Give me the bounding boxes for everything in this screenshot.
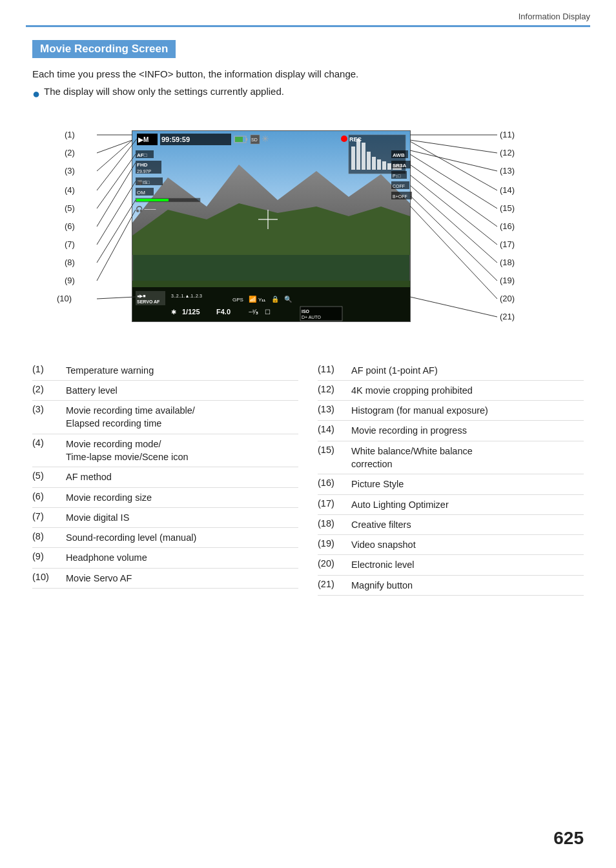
bullet-item-1: ● The display will show only the setting… (32, 86, 584, 101)
legend-desc-15: White balance/White balancecorrection (351, 445, 473, 471)
legend-num-8: (8) (32, 531, 66, 541)
legend-num-9: (9) (32, 551, 66, 561)
svg-text:P↕□: P↕□ (393, 174, 401, 178)
legend-left-item-1: (1) Temperature warning (32, 361, 298, 381)
svg-text:(11): (11) (500, 130, 515, 139)
svg-text:99:59:59: 99:59:59 (161, 136, 190, 143)
legend-num-20: (20) (318, 558, 351, 569)
svg-text:(4): (4) (65, 185, 75, 195)
legend-num-2: (2) (32, 384, 66, 394)
svg-text:AF□: AF□ (137, 152, 147, 158)
legend-left-item-7: (7) Movie digital IS (32, 508, 298, 528)
svg-line-96 (410, 141, 497, 190)
svg-text:(21): (21) (500, 312, 515, 321)
legend-num-16: (16) (318, 478, 351, 488)
svg-line-82 (97, 181, 136, 245)
svg-rect-20 (235, 137, 243, 142)
page-number: 625 (553, 828, 584, 849)
legend-right-item-12: (12) 4K movie cropping prohibited (318, 381, 584, 401)
legend-left-item-10: (10) Movie Servo AF (32, 569, 298, 589)
svg-line-76 (97, 139, 137, 190)
svg-text:(15): (15) (500, 203, 515, 213)
legend-right-item-19: (19) Video snapshot (318, 535, 584, 555)
legend-desc-3: Movie recording time available/Elapsed r… (66, 404, 195, 430)
legend-right: (11) AF point (1-point AF) (12) 4K movie… (318, 361, 584, 596)
legend-num-11: (11) (318, 364, 351, 374)
svg-text:(20): (20) (500, 294, 515, 303)
svg-text:🔒: 🔒 (271, 295, 280, 303)
svg-text:✱: ✱ (171, 308, 176, 316)
svg-text:SERVO AF: SERVO AF (137, 299, 160, 304)
legend-num-4: (4) (32, 438, 66, 448)
svg-text:(8): (8) (65, 257, 75, 267)
bullet-dot: ● (32, 86, 40, 101)
svg-rect-9 (367, 152, 371, 170)
svg-text:GPS: GPS (232, 297, 243, 303)
legend-num-10: (10) (32, 572, 66, 582)
svg-text:(16): (16) (500, 221, 515, 231)
svg-text:☐: ☐ (265, 308, 271, 316)
svg-line-94 (410, 150, 497, 171)
legend-num-7: (7) (32, 511, 66, 521)
svg-text:📶: 📶 (249, 295, 257, 303)
svg-text:AWB: AWB (393, 152, 405, 158)
svg-text:(1): (1) (65, 130, 75, 139)
legend-num-12: (12) (318, 384, 351, 394)
legend-num-6: (6) (32, 491, 66, 501)
legend-left-item-4: (4) Movie recording mode/Time-lapse movi… (32, 434, 298, 468)
svg-rect-21 (246, 138, 247, 141)
legend-right-item-14: (14) Movie recording in progress (318, 421, 584, 441)
legend-desc-19: Video snapshot (351, 538, 416, 551)
svg-rect-12 (382, 161, 386, 170)
svg-rect-51 (132, 287, 410, 321)
legend-left-item-5: (5) AF method (32, 467, 298, 487)
svg-text:🔍: 🔍 (284, 295, 293, 303)
header-title: Information Display (518, 12, 590, 21)
svg-line-104 (410, 185, 497, 263)
svg-text:3..2..1.▲.1..2.3: 3..2..1.▲.1..2.3 (171, 294, 202, 298)
legend-desc-10: Movie Servo AF (66, 572, 132, 585)
svg-text:(12): (12) (500, 148, 515, 157)
svg-line-88 (97, 297, 136, 299)
svg-text:(13): (13) (500, 166, 515, 176)
main-content: Movie Recording Screen Each time you pre… (0, 27, 616, 621)
svg-text:(7): (7) (65, 239, 75, 249)
svg-rect-13 (387, 163, 391, 170)
legend-desc-11: AF point (1-point AF) (351, 364, 438, 377)
svg-text:ISO: ISO (302, 309, 310, 314)
page-header: Information Display (0, 0, 616, 25)
legend-desc-18: Creative filters (351, 518, 411, 531)
svg-text:FHD: FHD (137, 162, 148, 168)
legend-left: (1) Temperature warning (2) Battery leve… (32, 361, 298, 596)
svg-text:●▶■: ●▶■ (137, 294, 145, 298)
svg-line-102 (410, 175, 497, 245)
legend-num-1: (1) (32, 364, 66, 374)
svg-point-24 (341, 136, 347, 142)
legend-desc-20: Electronic level (351, 558, 415, 571)
legend-num-14: (14) (318, 424, 351, 434)
legend-right-item-21: (21) Magnify button (318, 576, 584, 596)
svg-text:SR3A: SR3A (393, 163, 407, 168)
legend-num-21: (21) (318, 579, 351, 589)
diagram-container: ▶M 99:59:59 SD REC ✳ AF□ (32, 106, 584, 358)
svg-text:1/125: 1/125 (182, 308, 200, 316)
svg-text:Y₁₁: Y₁₁ (258, 297, 265, 303)
svg-text:COFF: COFF (393, 184, 405, 188)
legend-num-17: (17) (318, 498, 351, 509)
legend-right-item-15: (15) White balance/White balancecorrecti… (318, 441, 584, 475)
svg-text:(3): (3) (65, 166, 75, 176)
svg-text:🎬IS□: 🎬IS□ (137, 179, 150, 185)
legend-desc-13: Histogram (for manual exposure) (351, 404, 488, 417)
legend-desc-6: Movie recording size (66, 491, 152, 504)
legend-num-5: (5) (32, 470, 66, 481)
svg-text:SD: SD (251, 137, 258, 142)
svg-text:(6): (6) (65, 221, 75, 231)
svg-line-84 (97, 200, 136, 263)
svg-text:D+ AUTO: D+ AUTO (302, 315, 322, 319)
legend-desc-1: Temperature warning (66, 364, 154, 377)
svg-line-100 (410, 165, 497, 227)
intro-line2: The display will show only the settings … (44, 86, 284, 97)
legend-left-item-9: (9) Headphone volume (32, 548, 298, 568)
svg-line-108 (410, 206, 497, 299)
legend-right-item-11: (11) AF point (1-point AF) (318, 361, 584, 381)
